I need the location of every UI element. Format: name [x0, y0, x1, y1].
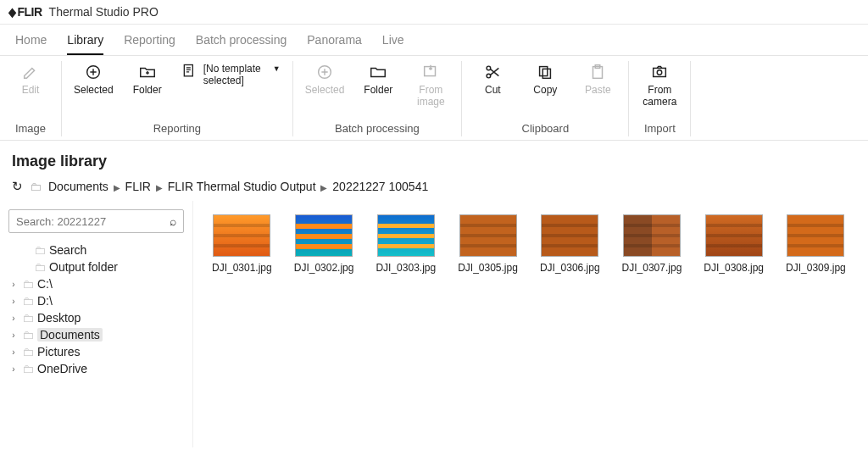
thumbnail[interactable]: DJI_0309.jpg: [786, 214, 846, 274]
tree-item[interactable]: ›🗀C:\: [8, 275, 184, 292]
thumbnail[interactable]: DJI_0305.jpg: [458, 214, 518, 274]
report-selected-button[interactable]: Selected: [74, 63, 114, 97]
breadcrumb-segment[interactable]: 20221227 100541: [332, 180, 428, 193]
svg-rect-6: [540, 67, 548, 76]
expand-chevron-icon[interactable]: ›: [8, 314, 19, 323]
tab-live[interactable]: Live: [382, 33, 404, 55]
template-dropdown[interactable]: [No template selected] ▼: [181, 63, 281, 87]
thumbnail-image: [459, 214, 517, 257]
camera-icon: [648, 63, 670, 81]
thumbnail-filename: DJI_0303.jpg: [376, 262, 436, 274]
template-icon: [181, 63, 200, 81]
thumbnail[interactable]: DJI_0301.jpg: [212, 214, 272, 274]
brand-text: FLIR: [18, 5, 42, 19]
paste-button: Paste: [579, 63, 616, 97]
template-label: [No template selected]: [203, 63, 270, 87]
batch-folder-button[interactable]: Folder: [359, 63, 397, 97]
plus-circle-icon: [314, 63, 336, 81]
thumbnail[interactable]: DJI_0306.jpg: [540, 214, 600, 274]
page-title: Image library: [0, 141, 868, 175]
thumbnail-filename: DJI_0306.jpg: [540, 262, 600, 274]
tree-item-label: Output folder: [49, 260, 118, 274]
from-camera-button[interactable]: From camera: [641, 63, 678, 108]
thumbnail[interactable]: DJI_0302.jpg: [294, 214, 354, 274]
thumbnail[interactable]: DJI_0308.jpg: [704, 214, 764, 274]
tab-reporting[interactable]: Reporting: [124, 33, 175, 55]
plus-circle-icon: [82, 63, 104, 81]
tree-item[interactable]: ›🗀D:\: [8, 292, 184, 309]
thumbnail-grid: DJI_0301.jpgDJI_0302.jpgDJI_0303.jpgDJI_…: [212, 214, 860, 274]
edit-button: Edit: [12, 63, 49, 97]
expand-chevron-icon[interactable]: ›: [8, 347, 19, 357]
tab-library[interactable]: Library: [67, 33, 103, 55]
chevron-right-icon: ▶: [154, 183, 164, 192]
folder-plus-icon: [136, 63, 159, 81]
tree-item[interactable]: ›🗀Documents: [8, 326, 184, 343]
search-input[interactable]: [16, 215, 164, 228]
folder-icon: 🗀: [22, 278, 34, 290]
tab-batch-processing[interactable]: Batch processing: [196, 33, 287, 55]
breadcrumb-segment[interactable]: Documents: [48, 180, 108, 193]
search-icon[interactable]: ⌕: [170, 214, 176, 228]
ribbon-group-label: Clipboard: [472, 117, 618, 136]
breadcrumb-segment[interactable]: FLIR Thermal Studio Output: [168, 180, 316, 193]
tree-item[interactable]: ›🗀Desktop: [8, 309, 184, 326]
thumbnail-image: [295, 214, 353, 257]
svg-rect-3: [425, 67, 436, 76]
tab-home[interactable]: Home: [15, 33, 47, 55]
app-title: Thermal Studio PRO: [49, 5, 159, 19]
side-pane: ⌕ 🗀Search🗀Output folder›🗀C:\›🗀D:\›🗀Deskt…: [0, 201, 193, 447]
expand-chevron-icon[interactable]: ›: [8, 297, 19, 306]
thumbnail-image: [787, 214, 844, 257]
tab-panorama[interactable]: Panorama: [307, 33, 362, 55]
thumbnail-image: [705, 214, 763, 257]
thumbnail-filename: DJI_0308.jpg: [704, 262, 764, 274]
folder-icon: 🗀: [34, 261, 46, 273]
copy-icon: [534, 63, 556, 81]
cut-button[interactable]: Cut: [474, 63, 511, 97]
ribbon-group-label: Image: [10, 117, 51, 136]
tree-item-label: OneDrive: [37, 362, 87, 375]
svg-rect-7: [543, 69, 551, 78]
breadcrumb: ↻ 🗀 Documents ▶ FLIR ▶ FLIR Thermal Stud…: [0, 175, 868, 201]
tree-item-label: Documents: [37, 328, 103, 342]
thumbnail-filename: DJI_0302.jpg: [294, 262, 354, 274]
thumbnail-image: [623, 214, 681, 257]
ribbon: Edit Image Selected Folder: [0, 55, 868, 141]
title-bar: ◆ FLIR Thermal Studio PRO: [0, 0, 868, 25]
ribbon-group-clipboard: Cut Copy Paste Clipboard: [462, 61, 629, 136]
expand-chevron-icon[interactable]: ›: [8, 331, 19, 340]
tree-item-label: Search: [49, 243, 86, 257]
thumbnail-image: [377, 214, 435, 257]
refresh-icon[interactable]: ↻: [12, 179, 23, 194]
folder-icon: 🗀: [22, 346, 34, 358]
batch-selected-button: Selected: [305, 63, 345, 97]
thumbnail[interactable]: DJI_0307.jpg: [622, 214, 682, 274]
folder-tree: 🗀Search🗀Output folder›🗀C:\›🗀D:\›🗀Desktop…: [8, 242, 184, 377]
report-folder-button[interactable]: Folder: [129, 63, 166, 97]
tree-item[interactable]: ›🗀Pictures: [8, 343, 184, 360]
ribbon-group-batch: Selected Folder From image Batch process…: [293, 61, 463, 136]
folder-icon: 🗀: [34, 244, 46, 256]
tree-item-label: D:\: [37, 294, 53, 308]
chevron-right-icon: ▶: [319, 183, 329, 192]
folder-icon: 🗀: [22, 363, 34, 375]
folder-icon: 🗀: [22, 295, 34, 307]
tree-item[interactable]: 🗀Output folder: [8, 258, 184, 275]
thumbnail[interactable]: DJI_0303.jpg: [376, 214, 436, 274]
content-split: ⌕ 🗀Search🗀Output folder›🗀C:\›🗀D:\›🗀Deskt…: [0, 201, 868, 447]
expand-chevron-icon[interactable]: ›: [8, 280, 19, 289]
expand-chevron-icon[interactable]: ›: [8, 364, 19, 374]
tree-item[interactable]: ›🗀OneDrive: [8, 360, 184, 377]
thumbnail-image: [541, 214, 598, 257]
chevron-down-icon: ▼: [273, 63, 281, 73]
ribbon-group-image: Edit Image: [0, 61, 62, 136]
scissors-icon: [481, 63, 504, 81]
folder-icon: 🗀: [22, 312, 34, 324]
tree-item[interactable]: 🗀Search: [8, 242, 184, 258]
copy-button[interactable]: Copy: [526, 63, 564, 97]
batch-from-image-button: From image: [412, 63, 449, 108]
search-box[interactable]: ⌕: [8, 209, 184, 233]
logo-glyph-icon: ◆: [8, 5, 16, 19]
breadcrumb-segment[interactable]: FLIR: [125, 180, 151, 193]
